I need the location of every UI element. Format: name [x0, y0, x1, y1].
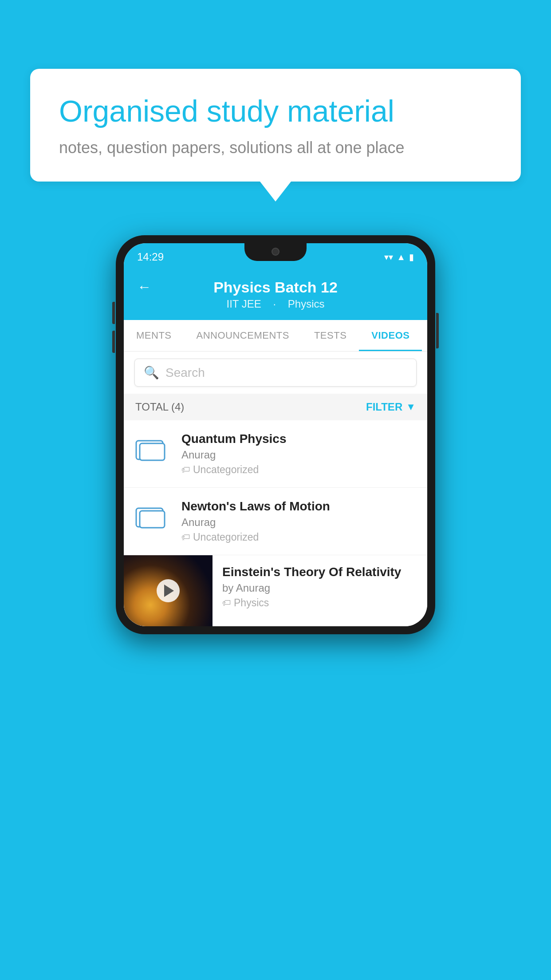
speech-bubble-subtitle: notes, question papers, solutions all at…	[59, 138, 492, 157]
header-subtitle-left: IIT JEE	[227, 298, 261, 310]
phone-outer-shell: 14:29 ▾▾ ▲ ▮ ← Physics Batch 12 IIT JEE …	[116, 235, 435, 634]
phone-mockup: 14:29 ▾▾ ▲ ▮ ← Physics Batch 12 IIT JEE …	[116, 235, 435, 634]
video-title: Newton's Laws of Motion	[181, 499, 416, 514]
play-triangle-icon	[164, 585, 174, 597]
status-icons: ▾▾ ▲ ▮	[384, 252, 414, 262]
phone-notch	[244, 243, 307, 261]
filter-button[interactable]: FILTER ▼	[366, 401, 416, 413]
status-time: 14:29	[137, 251, 164, 263]
tab-tests[interactable]: TESTS	[302, 320, 359, 351]
tag-label: Uncategorized	[193, 464, 259, 476]
volume-up-button	[112, 302, 115, 324]
search-bar-wrapper: 🔍 Search	[124, 352, 427, 394]
speech-bubble-section: Organised study material notes, question…	[30, 69, 521, 202]
status-bar: 14:29 ▾▾ ▲ ▮	[124, 243, 427, 271]
video-title: Einstein's Theory Of Relativity	[222, 565, 417, 579]
volume-down-button	[112, 331, 115, 353]
tab-bar: MENTS ANNOUNCEMENTS TESTS VIDEOS	[124, 320, 427, 352]
video-tag: 🏷 Uncategorized	[181, 531, 416, 543]
video-author: by Anurag	[222, 582, 417, 594]
filter-bar: TOTAL (4) FILTER ▼	[124, 394, 427, 420]
speech-bubble-card: Organised study material notes, question…	[30, 69, 521, 182]
header-title: Physics Batch 12	[213, 279, 338, 296]
folder-stack-icon	[135, 501, 165, 529]
list-item[interactable]: Newton's Laws of Motion Anurag 🏷 Uncateg…	[124, 488, 427, 555]
video-item-content: Einstein's Theory Of Relativity by Anura…	[213, 555, 427, 619]
video-item-content: Newton's Laws of Motion Anurag 🏷 Uncateg…	[181, 499, 416, 543]
notch-camera	[272, 248, 279, 256]
list-item[interactable]: Einstein's Theory Of Relativity by Anura…	[124, 555, 427, 626]
speech-bubble-title: Organised study material	[59, 93, 492, 130]
tag-icon: 🏷	[222, 598, 231, 608]
video-list: Quantum Physics Anurag 🏷 Uncategorized	[124, 420, 427, 626]
search-bar[interactable]: 🔍 Search	[134, 359, 417, 387]
video-author: Anurag	[181, 516, 416, 529]
svg-rect-1	[140, 443, 165, 460]
video-folder-icon-wrapper	[135, 499, 171, 530]
filter-icon: ▼	[406, 401, 416, 413]
tab-videos[interactable]: VIDEOS	[359, 320, 422, 351]
tab-ments[interactable]: MENTS	[124, 320, 184, 351]
header-subtitle-right: Physics	[288, 298, 325, 310]
speech-bubble-pointer	[260, 182, 291, 202]
search-icon: 🔍	[144, 365, 159, 380]
video-title: Quantum Physics	[181, 432, 416, 446]
phone-screen: 14:29 ▾▾ ▲ ▮ ← Physics Batch 12 IIT JEE …	[124, 243, 427, 626]
tag-label: Physics	[234, 597, 269, 609]
power-button	[436, 313, 439, 348]
app-header: ← Physics Batch 12 IIT JEE · Physics	[124, 271, 427, 320]
wifi-icon: ▾▾	[384, 252, 393, 262]
battery-icon: ▮	[409, 252, 414, 262]
signal-icon: ▲	[397, 252, 405, 262]
video-folder-icon-wrapper	[135, 432, 171, 462]
header-subtitle-separator: ·	[273, 298, 279, 310]
back-button[interactable]: ←	[137, 279, 151, 295]
tag-icon: 🏷	[181, 532, 190, 542]
svg-rect-3	[140, 511, 165, 528]
video-thumbnail	[124, 555, 213, 626]
folder-stack-icon	[135, 434, 165, 461]
video-item-content: Quantum Physics Anurag 🏷 Uncategorized	[181, 432, 416, 476]
tab-announcements[interactable]: ANNOUNCEMENTS	[184, 320, 302, 351]
list-item[interactable]: Quantum Physics Anurag 🏷 Uncategorized	[124, 420, 427, 488]
filter-label: FILTER	[366, 401, 402, 413]
tag-label: Uncategorized	[193, 531, 259, 543]
video-tag: 🏷 Physics	[222, 597, 417, 609]
tag-icon: 🏷	[181, 465, 190, 475]
search-placeholder: Search	[165, 366, 205, 380]
play-button[interactable]	[157, 579, 180, 602]
video-author: Anurag	[181, 449, 416, 461]
video-tag: 🏷 Uncategorized	[181, 464, 416, 476]
header-subtitle: IIT JEE · Physics	[222, 298, 329, 310]
total-count-label: TOTAL (4)	[135, 401, 184, 413]
